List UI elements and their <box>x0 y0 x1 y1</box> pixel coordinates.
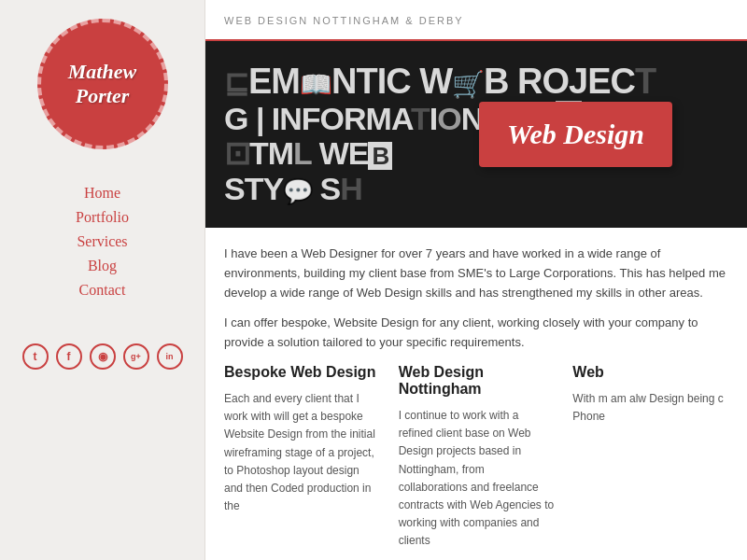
col1-text: Each and every client that I work with w… <box>224 390 380 515</box>
col3-text: With m am alw Design being c Phone <box>572 390 728 426</box>
intro-paragraph-2: I can offer bespoke, Website Design for … <box>224 314 728 353</box>
nav-link-home[interactable]: Home <box>84 185 120 201</box>
navigation-menu: Home Portfolio Services Blog Contact <box>0 177 204 306</box>
columns-area: Bespoke Web Design Each and every client… <box>224 364 728 551</box>
hero-area: ⊑EM📖NTIC W🛒B ROJECT G | INFORMATION ARCH… <box>205 41 747 228</box>
nav-link-contact[interactable]: Contact <box>79 282 126 298</box>
badge-text: Web Design <box>507 119 644 149</box>
nav-item-contact[interactable]: Contact <box>0 282 204 299</box>
nav-item-portfolio[interactable]: Portfolio <box>0 209 204 226</box>
twitter-icon[interactable]: t <box>22 343 49 370</box>
col2-title: Web Design Nottingham <box>399 364 555 398</box>
content-area: I have been a Web Designer for over 7 ye… <box>205 228 747 560</box>
facebook-icon[interactable]: f <box>56 343 82 370</box>
column-third: Web With m am alw Design being c Phone <box>572 364 728 551</box>
intro-paragraph-1: I have been a Web Designer for over 7 ye… <box>224 245 728 302</box>
social-icons-group: t f ◉ g+ in <box>22 343 183 370</box>
googleplus-icon[interactable]: g+ <box>123 343 149 370</box>
nav-item-services[interactable]: Services <box>0 233 204 250</box>
nav-item-blog[interactable]: Blog <box>0 258 204 274</box>
linkedin-icon[interactable]: in <box>157 343 183 370</box>
hero-line-1: ⊑EM📖NTIC W🛒B ROJECT <box>224 63 728 102</box>
site-tagline: WEB DESIGN NOTTINGHAM & DERBY <box>224 15 464 26</box>
nav-link-services[interactable]: Services <box>77 233 127 249</box>
hero-line-4: STY💬 SH <box>224 172 728 206</box>
col2-text: I continue to work with a refined client… <box>399 407 555 551</box>
main-content: WEB DESIGN NOTTINGHAM & DERBY ⊑EM📖NTIC W… <box>205 0 747 560</box>
column-bespoke: Bespoke Web Design Each and every client… <box>224 364 380 551</box>
web-design-badge: Web Design <box>479 102 672 167</box>
logo-circle: MathewPorter <box>37 19 168 149</box>
nav-item-home[interactable]: Home <box>0 185 204 202</box>
column-nottingham: Web Design Nottingham I continue to work… <box>399 364 555 551</box>
col3-title: Web <box>572 364 728 381</box>
sidebar: MathewPorter Home Portfolio Services Blo… <box>0 0 205 560</box>
col1-title: Bespoke Web Design <box>224 364 380 381</box>
logo-text: MathewPorter <box>68 60 136 109</box>
nav-link-portfolio[interactable]: Portfolio <box>76 209 129 225</box>
dribbble-icon[interactable]: ◉ <box>90 343 116 370</box>
nav-link-blog[interactable]: Blog <box>88 258 117 273</box>
header-bar: WEB DESIGN NOTTINGHAM & DERBY <box>205 0 747 41</box>
